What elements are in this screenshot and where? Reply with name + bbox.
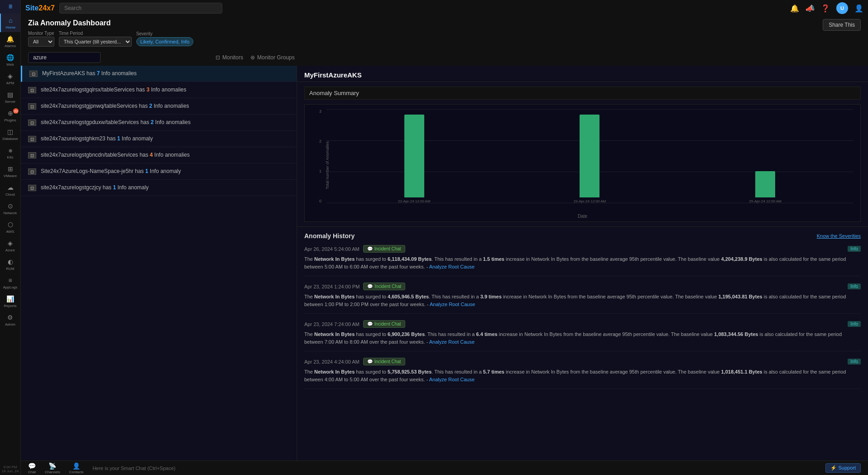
list-item[interactable]: ⊡ site24x7azurelogstgczjcy has 1 Info an…: [21, 180, 297, 196]
megaphone-icon[interactable]: 📣: [806, 4, 815, 13]
global-search-input[interactable]: [59, 3, 222, 14]
info-badge-1: Info: [848, 283, 861, 289]
incident-chat-button-3[interactable]: 💬 Incident Chat: [363, 358, 405, 365]
anomaly-header-item[interactable]: ⊡ MyFirstAzureAKS has 7 Info anomalies: [21, 66, 297, 82]
incident-chat-button-2[interactable]: 💬 Incident Chat: [363, 320, 405, 328]
chart-area: Total number of Anomalies 3 2 1 0: [304, 104, 861, 222]
sidebar-item-rum[interactable]: ◐ RUM: [0, 255, 20, 273]
anomaly-header-text: MyFirstAzureAKS has 7 Info anomalies: [42, 70, 289, 77]
alarms-icon: 🔔: [6, 35, 14, 43]
monitor-icon-6: ⊡: [28, 185, 36, 191]
user-menu-icon[interactable]: 👤: [854, 4, 863, 13]
analyze-root-cause-link-1[interactable]: Analyze Root Cause: [430, 302, 475, 307]
sidebar-item-database[interactable]: ◫ Database: [0, 125, 20, 144]
chart-bar-group-0: 22-Apr-24 12:00 AM: [398, 109, 431, 203]
monitor-icon-0: ⊡: [28, 87, 36, 93]
list-item[interactable]: ⊡ site24x7azurelogstgbncdn/tableServices…: [21, 147, 297, 163]
sidebar-item-network[interactable]: ⊙ Network: [0, 199, 20, 218]
help-icon[interactable]: ❓: [821, 4, 830, 13]
smart-chat-text: Here is your Smart Chat (Ctrl+Space): [92, 465, 816, 471]
bell-icon[interactable]: 🔔: [790, 4, 799, 13]
sidebar-item-applogs[interactable]: ≡ AppLogs: [0, 273, 20, 292]
plugins-badge: 20: [13, 108, 19, 114]
monitor-icon-1: ⊡: [28, 103, 36, 110]
sidebar-item-reports[interactable]: 📊 Reports: [0, 292, 20, 311]
time-period-select[interactable]: This Quarter (till yesterd...: [59, 37, 132, 47]
bottom-bar-channels[interactable]: 📡 Channels: [45, 462, 60, 474]
sidebar-item-k8s[interactable]: ⎈ K8s: [0, 144, 20, 162]
sidebar-logo: ☰: [0, 0, 20, 14]
monitor-groups-toggle[interactable]: ⊛ Monitor Groups: [250, 54, 295, 61]
list-item[interactable]: ⊡ site24x7azurelogstgpduxw/tableServices…: [21, 115, 297, 131]
sidebar-item-apm[interactable]: ◈ APM: [0, 69, 20, 88]
anomaly-text-5: Site24x7AzureLogs-NameSpace-je5hr has 1 …: [41, 168, 289, 174]
anomaly-text-2: site24x7azurelogstgpduxw/tableServices h…: [41, 119, 289, 125]
list-item[interactable]: ⊡ site24x7azurelogstghkm23 has 1 Info an…: [21, 131, 297, 147]
admin-icon: ⚙: [6, 313, 14, 321]
bottom-bar-contacts[interactable]: 👤 Contacts: [69, 462, 84, 474]
bottom-bar-chat[interactable]: 💬 Chat: [28, 462, 36, 474]
sidebar: ☰ ⌂ Home 🔔 Alarms 🌐 Web ◈ APM ▤ Server ⊕…: [0, 0, 21, 475]
sidebar-item-alarms[interactable]: 🔔 Alarms: [0, 32, 20, 51]
severity-tag[interactable]: Likely, Confirmed, Info: [136, 37, 194, 46]
analyze-root-cause-link-3[interactable]: Analyze Root Cause: [429, 377, 475, 382]
analyze-root-cause-link-2[interactable]: Analyze Root Cause: [429, 339, 475, 345]
incident-chat-button-1[interactable]: 💬 Incident Chat: [363, 283, 405, 290]
list-item[interactable]: ⊡ Site24x7AzureLogs-NameSpace-je5hr has …: [21, 163, 297, 180]
page-title: Zia Anomaly Dashboard: [28, 19, 111, 27]
time-period-label: Time Period: [59, 31, 132, 36]
main-area: Site24x7 🔔 📣 ❓ U 👤 Zia Anomaly Dashboard…: [21, 0, 868, 475]
anomaly-header-name: MyFirstAzureAKS: [42, 70, 85, 77]
sidebar-item-server[interactable]: ▤ Server: [0, 88, 20, 106]
sidebar-item-aws[interactable]: ⬡ AWS: [0, 218, 20, 236]
monitor-icon: ⊡: [216, 54, 220, 61]
info-badge-0: Info: [848, 246, 861, 252]
right-panel-title: MyFirstAzureAKS: [297, 66, 868, 82]
support-button[interactable]: ⚡ Support: [825, 463, 861, 473]
chart-bar-label-1: 23-Apr-24 12:00 AM: [574, 199, 606, 203]
chat-icon-0: 💬: [367, 246, 373, 251]
sidebar-item-admin[interactable]: ⚙ Admin: [0, 311, 20, 329]
anomaly-header-has: has: [86, 70, 97, 77]
vmware-icon: ⊞: [6, 165, 14, 173]
monitor-type-select[interactable]: All: [28, 37, 54, 47]
history-item-1: Apr 23, 2024 1:24:00 PM 💬 Incident Chat …: [304, 283, 861, 314]
list-item[interactable]: ⊡ site24x7azurelogstgqlrsx/tableServices…: [21, 82, 297, 98]
sidebar-item-vmware[interactable]: ⊞ VMware: [0, 162, 20, 181]
share-button[interactable]: Share This: [823, 19, 861, 31]
monitor-type-label: Monitor Type: [28, 31, 54, 36]
incident-chat-button-0[interactable]: 💬 Incident Chat: [363, 245, 405, 253]
applogs-icon: ≡: [6, 276, 14, 284]
aws-icon: ⬡: [6, 221, 14, 229]
sidebar-item-home[interactable]: ⌂ Home: [0, 14, 20, 32]
sidebar-item-azure[interactable]: ◈ Azure: [0, 236, 20, 255]
history-text-1: The Network In Bytes has surged to 4,605…: [304, 293, 861, 308]
analyze-root-cause-link-0[interactable]: Analyze Root Cause: [429, 264, 475, 269]
sidebar-item-web[interactable]: 🌐 Web: [0, 51, 20, 69]
chart-bar-group-2: 25-Apr-24 12:00 AM: [749, 109, 782, 203]
anomaly-search-input[interactable]: [28, 52, 101, 63]
anomaly-text-4: site24x7azurelogstgbncdn/tableServices h…: [41, 152, 289, 158]
severity-filter: Severity Likely, Confirmed, Info: [136, 31, 194, 46]
channels-icon: 📡: [48, 462, 56, 470]
monitor-icon-2: ⊡: [28, 120, 36, 126]
sidebar-item-cloud[interactable]: ☁ Cloud: [0, 181, 20, 199]
sidebar-item-plugins[interactable]: ⊕ Plugins 20: [0, 106, 20, 125]
database-icon: ◫: [6, 128, 14, 136]
severity-label: Severity: [136, 31, 194, 36]
history-text-0: The Network In Bytes has surged to 6,118…: [304, 255, 861, 270]
history-item-header-0: Apr 26, 2024 5:24:00 AM 💬 Incident Chat …: [304, 245, 861, 253]
app-logo: Site24x7: [25, 4, 55, 12]
know-severities-link[interactable]: Know the Severities: [817, 233, 861, 239]
reports-icon: 📊: [6, 295, 14, 303]
history-item-header-3: Apr 23, 2024 4:24:00 AM 💬 Incident Chat …: [304, 358, 861, 365]
timestamp-1: Apr 23, 2024 1:24:00 PM: [304, 284, 360, 289]
anomaly-history-section: Anomaly History Know the Severities Apr …: [297, 227, 868, 401]
monitor-icon-3: ⊡: [28, 136, 36, 142]
chat-icon-3: 💬: [367, 359, 373, 364]
list-item[interactable]: ⊡ site24x7azurelogstgjpnwq/tableServices…: [21, 98, 297, 115]
user-avatar[interactable]: U: [836, 2, 848, 14]
history-text-2: The Network In Bytes has surged to 6,900…: [304, 331, 861, 345]
monitors-toggle[interactable]: ⊡ Monitors: [216, 54, 243, 61]
apm-icon: ◈: [6, 72, 14, 80]
